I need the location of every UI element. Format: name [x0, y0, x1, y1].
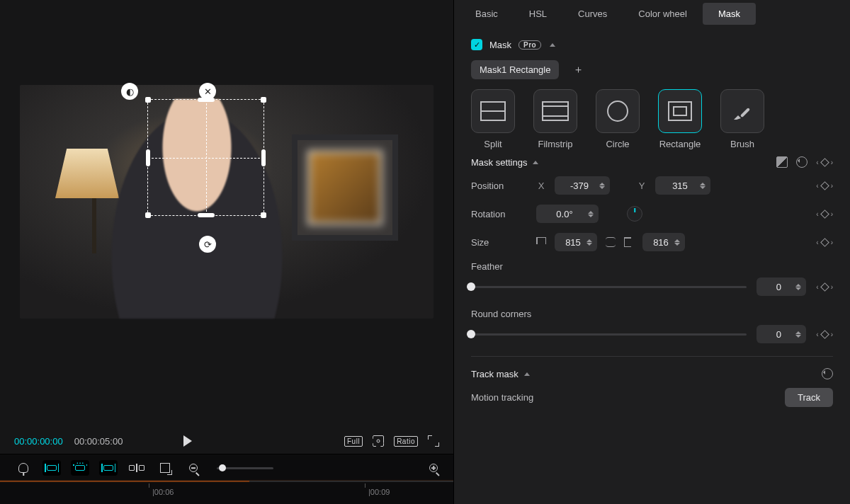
round-corners-row: Round corners 0 ‹›	[471, 309, 833, 343]
mask-handle-br[interactable]	[261, 212, 266, 218]
play-button[interactable]	[183, 435, 192, 447]
mask-handle-bl[interactable]	[145, 212, 151, 218]
shape-circle-label: Circle	[606, 139, 629, 149]
mask-chip[interactable]: Mask1 Rectangle	[471, 60, 559, 79]
shape-filmstrip[interactable]: Filmstrip	[533, 89, 577, 149]
track-reset-icon[interactable]	[822, 368, 833, 379]
rotation-row: Rotation 0.0° ‹›	[471, 205, 833, 223]
video-preview[interactable]: ◐ ✕ ⟳	[20, 85, 434, 319]
timeline-toolstrip: • • •	[0, 454, 453, 480]
focus-icon[interactable]	[373, 435, 384, 447]
crop-tool[interactable]	[156, 460, 174, 476]
timecode-current[interactable]: 00:00:00:00	[14, 436, 63, 447]
mask-settings-title: Mask settings	[471, 157, 527, 168]
shape-brush-label: Brush	[730, 139, 754, 149]
shape-split[interactable]: Split	[471, 89, 515, 149]
mask-bounding-box[interactable]: ◐ ✕ ⟳	[147, 99, 264, 216]
rotation-label: Rotation	[471, 209, 528, 219]
tab-color-wheel[interactable]: Color wheel	[623, 3, 703, 25]
position-label: Position	[471, 181, 528, 191]
shape-rectangle[interactable]: Rectangle	[658, 89, 702, 149]
ratio-button[interactable]: Ratio	[394, 436, 418, 447]
shape-circle[interactable]: Circle	[596, 89, 640, 149]
record-voiceover-button[interactable]	[14, 460, 33, 476]
inspector-tabs: Basic HSL Curves Color wheel Mask	[454, 0, 850, 28]
position-keyframe[interactable]: ‹›	[816, 182, 833, 190]
timeline-ruler[interactable]: |00:06 |00:09	[0, 480, 453, 504]
width-icon	[536, 237, 546, 247]
feather-slider[interactable]	[471, 286, 747, 288]
transport-bar: 00:00:00:00 00:00:05:00 Full Ratio	[0, 428, 453, 454]
magnet-tool[interactable]	[42, 460, 61, 476]
feather-label: Feather	[471, 261, 833, 272]
add-mask-button[interactable]: ＋	[573, 63, 584, 76]
size-keyframe[interactable]: ‹›	[816, 239, 833, 246]
round-value: 0	[764, 329, 793, 340]
mask-settings-header[interactable]: Mask settings ‹›	[471, 156, 833, 168]
mask-handle-tr[interactable]	[261, 97, 266, 103]
round-field[interactable]: 0	[756, 325, 806, 343]
mask-enable-row: ✓ Mask Pro	[471, 39, 833, 50]
fullscreen-icon[interactable]	[428, 435, 439, 447]
rotation-field[interactable]: 0.0°	[536, 205, 599, 223]
position-row: Position X -379 Y 315 ‹›	[471, 176, 833, 195]
ruler-label-1: |00:06	[152, 488, 174, 496]
settings-caret-icon	[533, 161, 538, 164]
mask-handle-tl[interactable]	[145, 97, 151, 103]
track-caret-icon	[524, 372, 530, 376]
track-mask-header[interactable]: Track mask	[471, 368, 833, 379]
size-w-field[interactable]: 815	[555, 233, 597, 251]
tab-mask[interactable]: Mask	[703, 3, 756, 25]
invert-mask-icon[interactable]	[776, 156, 788, 168]
track-button[interactable]: Track	[785, 388, 833, 407]
mask-title: Mask	[489, 40, 511, 50]
tab-curves[interactable]: Curves	[562, 3, 623, 25]
rotation-value: 0.0°	[543, 209, 586, 219]
zoom-slider[interactable]	[217, 467, 273, 469]
mask-invert-button[interactable]: ◐	[121, 83, 138, 100]
full-button[interactable]: Full	[344, 436, 363, 447]
mask-feather-handle[interactable]: ✕	[199, 83, 216, 100]
zoom-out-button[interactable]	[184, 460, 203, 476]
inspector-panel: Basic HSL Curves Color wheel Mask ✓ Mask…	[453, 0, 850, 504]
auto-snap-tool[interactable]	[99, 460, 118, 476]
rotation-dial[interactable]	[627, 206, 642, 222]
motion-tracking-label: Motion tracking	[471, 392, 533, 403]
shape-brush[interactable]: Brush	[720, 89, 764, 149]
settings-keyframe-controls[interactable]: ‹›	[816, 159, 833, 166]
ruler-label-2: |00:09	[368, 488, 390, 496]
size-row: Size 815 816 ‹›	[471, 233, 833, 251]
size-label: Size	[471, 237, 528, 248]
split-center-tool[interactable]	[128, 460, 146, 476]
rotation-keyframe[interactable]: ‹›	[816, 210, 833, 218]
mask-handle-mb[interactable]	[198, 213, 215, 217]
position-x-field[interactable]: -379	[555, 176, 610, 195]
position-y-field[interactable]: 315	[655, 176, 710, 195]
size-link-icon[interactable]	[606, 237, 616, 247]
mask-handle-ml[interactable]	[146, 149, 150, 166]
round-keyframe[interactable]: ‹›	[816, 331, 833, 338]
mask-collapse-caret-icon[interactable]	[550, 43, 555, 47]
round-slider[interactable]	[471, 333, 747, 336]
mask-rotate-handle[interactable]: ⟳	[199, 236, 216, 253]
zoom-in-button[interactable]	[421, 460, 439, 476]
size-h-field[interactable]: 816	[642, 233, 685, 251]
height-icon	[624, 237, 634, 247]
preview-column: ◐ ✕ ⟳ 00:00:00:00 00:00:05:00 Full Ratio…	[0, 0, 453, 504]
pro-badge: Pro	[518, 40, 541, 50]
shape-rectangle-label: Rectangle	[659, 139, 701, 149]
feather-field[interactable]: 0	[756, 277, 806, 296]
feather-keyframe[interactable]: ‹›	[816, 283, 833, 291]
track-mask-title: Track mask	[471, 369, 518, 379]
position-y-value: 315	[662, 181, 698, 191]
mask-handle-mr[interactable]	[261, 149, 266, 166]
tab-hsl[interactable]: HSL	[514, 3, 562, 25]
round-label: Round corners	[471, 309, 833, 319]
position-x-label: X	[536, 181, 546, 191]
feather-value: 0	[764, 282, 793, 292]
mask-enable-checkbox[interactable]: ✓	[471, 39, 482, 50]
link-tool[interactable]: • • •	[71, 460, 89, 476]
reset-settings-icon[interactable]	[796, 156, 808, 168]
position-x-value: -379	[562, 181, 597, 191]
tab-basic[interactable]: Basic	[460, 3, 514, 25]
